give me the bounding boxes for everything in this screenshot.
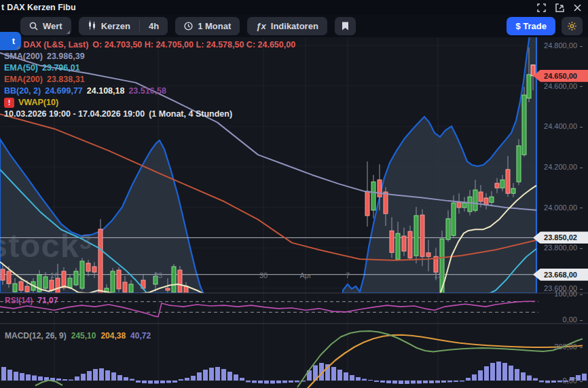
macd-histogram-bar xyxy=(179,379,183,381)
axis-label: 0,00 xyxy=(563,315,583,324)
close-icon[interactable] xyxy=(574,4,581,12)
macd-histogram-bar xyxy=(124,377,128,381)
macd-histogram-bar xyxy=(282,381,287,383)
chart-legend: L&S DAX (L&S, Last) O: 24.703,50 H: 24.7… xyxy=(4,39,295,120)
macd-histogram-bar xyxy=(551,381,556,383)
candle xyxy=(80,261,84,288)
macd-histogram-bar xyxy=(252,381,257,383)
candle xyxy=(506,170,510,193)
legend-ema50[interactable]: EMA(50) 23.796,01 xyxy=(4,62,295,74)
macd-histogram-bar xyxy=(215,367,220,381)
macd-histogram-bar xyxy=(521,372,526,381)
fullscreen-icon[interactable] xyxy=(537,3,546,12)
bookmark-button[interactable] xyxy=(335,17,356,35)
macd-histogram-bar xyxy=(392,381,397,384)
candle xyxy=(56,278,60,293)
candle xyxy=(446,218,450,239)
current-candle xyxy=(531,65,535,76)
candle xyxy=(74,271,78,285)
macd-histogram-bar xyxy=(14,372,18,381)
candles-icon xyxy=(88,20,96,32)
macd-histogram-bar xyxy=(368,380,373,381)
candle xyxy=(396,233,400,259)
macd-histogram-bar xyxy=(533,379,538,381)
candle xyxy=(468,197,472,212)
symbol-search-button[interactable]: Wert xyxy=(20,17,71,35)
legend-main-series[interactable]: L&S DAX (L&S, Last) O: 24.703,50 H: 24.7… xyxy=(4,39,295,51)
macd-histogram-bar xyxy=(38,376,43,381)
legend-sma200[interactable]: SMA(200) 23.986,39 xyxy=(4,51,295,62)
macd-histogram-bar xyxy=(484,366,489,381)
macd-histogram-bar xyxy=(75,376,79,381)
candle xyxy=(495,183,499,188)
macd-histogram-bar xyxy=(148,381,153,384)
macd-histogram-bar xyxy=(405,381,409,384)
macd-histogram-bar xyxy=(466,378,471,381)
macd-histogram-bar xyxy=(32,376,37,381)
indicators-button[interactable]: ƒx Indikatoren xyxy=(247,17,327,35)
chart-area[interactable]: stock3 L&S DAX (L&S, Last) O: 24.703,50 … xyxy=(0,0,588,388)
macd-histogram-bar xyxy=(337,370,342,381)
macd-histogram-bar xyxy=(276,381,281,383)
macd-histogram-bar xyxy=(380,381,385,383)
macd-histogram-bar xyxy=(423,381,428,383)
macd-histogram-bar xyxy=(221,369,226,381)
macd-histogram-bar xyxy=(435,381,440,383)
rsi-pane[interactable] xyxy=(0,301,538,317)
macd-histogram-bar xyxy=(105,370,110,381)
rsi-legend[interactable]: RSI(14) 71,07 xyxy=(5,296,58,305)
macd-histogram-bar xyxy=(160,381,165,383)
truncated-left-button[interactable]: t xyxy=(0,32,21,50)
level-price-tag: 23.668,00 xyxy=(533,269,588,281)
watermark: stock3 xyxy=(0,227,92,265)
legend-vwap[interactable]: ! VWAP(10) xyxy=(4,97,295,109)
candle xyxy=(390,231,394,252)
current-price-tag: 24.650,00 xyxy=(533,70,588,82)
legend-ema200[interactable]: EMA(200) 23.838,31 xyxy=(4,74,295,85)
axis-label: 24.200,00 xyxy=(544,163,583,171)
candle xyxy=(517,146,521,182)
candle xyxy=(19,282,23,290)
legend-bollinger[interactable]: BB(20, 2) 24.699,77 24.108,18 23.516,58 xyxy=(4,85,295,97)
candle xyxy=(408,231,412,258)
candle xyxy=(25,286,29,292)
candle xyxy=(62,271,66,288)
macd-histogram-bar xyxy=(582,374,587,381)
macd-histogram-bar xyxy=(246,381,251,383)
popout-icon[interactable] xyxy=(555,3,564,12)
gear-icon xyxy=(567,21,577,31)
macd-histogram-bar xyxy=(417,381,422,384)
level-price-tag: 23.850,02 xyxy=(533,231,588,244)
candle xyxy=(484,198,488,205)
legend-ohlc: O: 24.703,50 H: 24.705,00 L: 24.578,50 C… xyxy=(92,39,295,51)
candle xyxy=(473,190,477,210)
candle xyxy=(378,180,382,197)
macd-histogram-bar xyxy=(93,369,98,381)
candle xyxy=(511,189,515,193)
candle xyxy=(43,277,48,288)
date-range-button[interactable]: 1 Monat xyxy=(175,17,240,35)
macd-histogram-bar xyxy=(62,379,67,381)
macd-legend[interactable]: MACD(12, 26, 9) 245,10 204,38 40,72 xyxy=(5,331,151,341)
axis-label: 24.600,00 xyxy=(544,82,583,90)
trade-button[interactable]: $ Trade xyxy=(507,17,555,35)
chart-type-button[interactable]: Kerzen xyxy=(79,17,139,35)
settings-button[interactable] xyxy=(562,17,583,35)
candle xyxy=(365,191,369,216)
candle xyxy=(13,284,17,292)
macd-histogram-bar xyxy=(331,367,336,381)
macd-histogram-bar xyxy=(142,381,147,383)
macd-histogram-bar xyxy=(87,371,92,381)
search-icon xyxy=(29,22,38,31)
interval-button[interactable]: 4h xyxy=(140,17,168,35)
axis-label: 0,00 xyxy=(563,376,583,385)
macd-histogram-bar xyxy=(111,372,116,381)
rsi-line xyxy=(0,301,535,317)
macd-histogram-bar xyxy=(362,379,367,381)
candle xyxy=(111,271,115,292)
macd-histogram-bar xyxy=(539,381,544,383)
macd-histogram-bar xyxy=(429,381,434,383)
candle xyxy=(7,271,11,284)
candle xyxy=(500,180,504,188)
candle xyxy=(172,267,176,292)
